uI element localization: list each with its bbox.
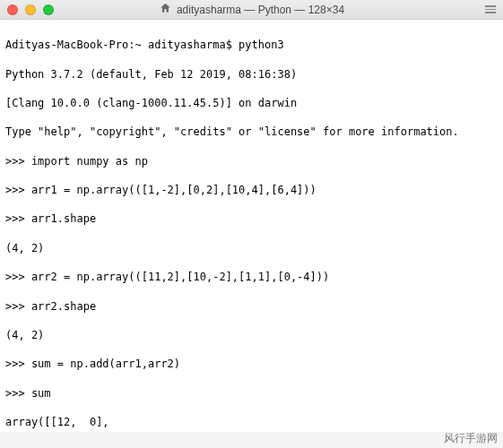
traffic-lights [7,4,54,15]
minimize-window-button[interactable] [25,4,36,15]
home-icon [159,2,171,17]
window-title-bar: adityasharma — Python — 128×34 [0,0,503,20]
terminal-line: >>> arr2 = np.array(([11,2],[10,-2],[1,1… [5,270,498,284]
terminal-line: array([[12, 0], [5,415,498,429]
terminal-output[interactable]: Adityas-MacBook-Pro:~ adityasharma$ pyth… [0,20,503,432]
watermark-text: 风行手游网 [444,431,498,446]
terminal-line: >>> import numpy as np [5,154,498,168]
terminal-line: [Clang 10.0.0 (clang-1000.11.45.5)] on d… [5,96,498,110]
terminal-line: >>> sum [5,386,498,401]
terminal-line: >>> arr2.shape [5,299,498,314]
hamburger-icon[interactable] [485,5,496,13]
window-title-text: adityasharma — Python — 128×34 [177,4,344,16]
terminal-line: >>> sum = np.add(arr1,arr2) [5,357,498,371]
terminal-line: (4, 2) [5,241,498,255]
window-title: adityasharma — Python — 128×34 [159,2,344,17]
terminal-line: (4, 2) [5,328,498,342]
terminal-line: Python 3.7.2 (default, Feb 12 2019, 08:1… [5,67,498,82]
close-window-button[interactable] [7,4,18,15]
title-right-controls [485,5,496,13]
terminal-line: >>> arr1.shape [5,211,498,226]
maximize-window-button[interactable] [43,4,54,15]
terminal-line: Adityas-MacBook-Pro:~ adityasharma$ pyth… [5,38,498,52]
terminal-line: >>> arr1 = np.array(([1,-2],[0,2],[10,4]… [5,183,498,197]
terminal-line: Type "help", "copyright", "credits" or "… [5,125,498,139]
